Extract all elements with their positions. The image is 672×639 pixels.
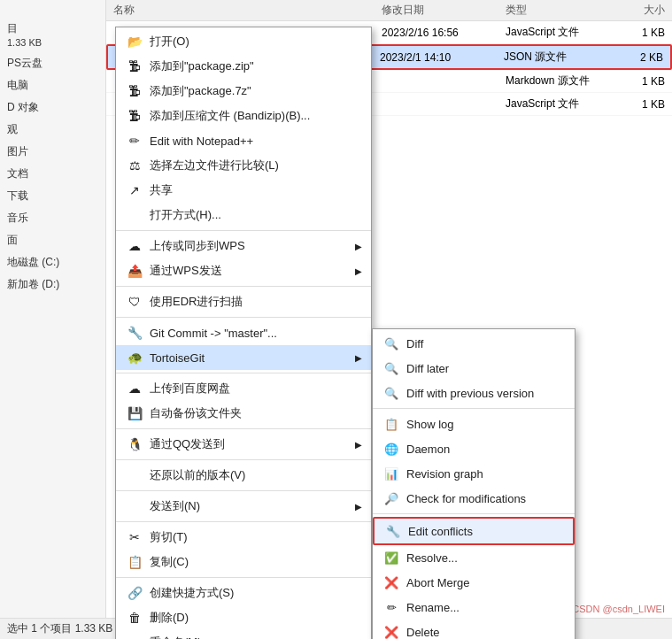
ctx-wps-upload[interactable]: ☁ 上传或同步到WPS bbox=[116, 234, 371, 258]
sidebar-item-view[interactable]: 观 bbox=[0, 119, 105, 141]
ctx-add-7z[interactable]: 🗜 添加到"package.7z" bbox=[116, 79, 371, 104]
sevenz-icon: 🗜 bbox=[127, 83, 143, 99]
sub-diff[interactable]: 🔍 Diff bbox=[373, 331, 575, 356]
file-date-babel: 2023/2/16 16:56 bbox=[382, 27, 506, 39]
sub-delete[interactable]: ❌ Delete bbox=[373, 620, 575, 639]
ctx-label-wps-upload: 上传或同步到WPS bbox=[150, 238, 245, 254]
git-commit-icon: 🔧 bbox=[127, 325, 143, 341]
sub-resolve[interactable]: ✅ Resolve... bbox=[373, 545, 575, 570]
sub-diff-later[interactable]: 🔍 Diff later bbox=[373, 356, 575, 381]
sidebar-item-img[interactable]: 图片 bbox=[0, 141, 105, 163]
ctx-label-openwith: 打开方式(H)... bbox=[150, 207, 221, 223]
sub-label-daemon: Daemon bbox=[406, 443, 450, 456]
bandizip-icon: 🗜 bbox=[127, 108, 143, 124]
sidebar-item-c[interactable]: 地磁盘 (C:) bbox=[0, 251, 105, 273]
sidebar-item-d2[interactable]: 新加卷 (D:) bbox=[0, 273, 105, 296]
ctx-label-open: 打开(O) bbox=[150, 34, 189, 50]
sub-label-revision-graph: Revision graph bbox=[406, 467, 483, 481]
sub-label-diff: Diff bbox=[406, 337, 423, 350]
file-list-header: 名称 修改日期 类型 大小 bbox=[106, 0, 672, 21]
restore-icon bbox=[127, 467, 143, 483]
sidebar-item-face[interactable]: 面 bbox=[0, 229, 105, 251]
ctx-sep-8 bbox=[116, 521, 371, 522]
ctx-add-zip[interactable]: 🗜 添加到"package.zip" bbox=[116, 54, 371, 79]
ctx-rename[interactable]: ✏ 重命名(M) bbox=[116, 630, 371, 639]
ctx-sendto[interactable]: 发送到(N) bbox=[116, 494, 371, 519]
sub-show-log[interactable]: 📋 Show log bbox=[373, 412, 575, 436]
ctx-delete[interactable]: 🗑 删除(D) bbox=[116, 605, 371, 630]
ctx-baidu[interactable]: ☁ 上传到百度网盘 bbox=[116, 376, 371, 401]
col-header-name: 名称 bbox=[113, 3, 382, 18]
sub-label-rename: Rename... bbox=[406, 601, 460, 614]
sub-label-check-mod: Check for modifications bbox=[406, 492, 526, 505]
sidebar-item-music[interactable]: 音乐 bbox=[0, 207, 105, 229]
sub-abort-merge[interactable]: ❌ Abort Merge bbox=[373, 570, 575, 595]
ctx-label-cut: 剪切(T) bbox=[150, 529, 188, 545]
ctx-label-tortoisegit: TortoiseGit bbox=[150, 351, 205, 365]
file-type-babel: JavaScript 文件 bbox=[506, 25, 612, 40]
ctx-openwith[interactable]: 打开方式(H)... bbox=[116, 203, 371, 227]
sidebar-item-0[interactable]: 目 1.33 KB bbox=[0, 18, 105, 52]
ctx-label-qq-send: 通过QQ发送到 bbox=[150, 436, 225, 452]
ctx-restore[interactable]: 还原以前的版本(V) bbox=[116, 463, 371, 488]
sidebar-item-dl[interactable]: 下载 bbox=[0, 185, 105, 207]
file-type-package: JSON 源文件 bbox=[504, 50, 610, 65]
ctx-tortoisegit[interactable]: 🐢 TortoiseGit bbox=[116, 345, 371, 370]
file-date-package: 2023/2/1 14:10 bbox=[380, 51, 504, 64]
sub-edit-conflicts[interactable]: 🔧 Edit conflicts bbox=[373, 517, 575, 545]
watermark-text: ©CSDN @csdn_LIWEI bbox=[565, 604, 665, 614]
tortoisegit-icon: 🐢 bbox=[127, 350, 143, 366]
file-size-babel: 1 KB bbox=[612, 27, 665, 39]
ctx-backup[interactable]: 💾 自动备份该文件夹 bbox=[116, 401, 371, 426]
sub-label-show-log: Show log bbox=[406, 418, 453, 431]
col-header-date: 修改日期 bbox=[382, 3, 506, 18]
ctx-label-bandizip: 添加到压缩文件 (Bandizip)(B)... bbox=[150, 108, 310, 124]
ctx-compare[interactable]: ⚖ 选择左边文件进行比较(L) bbox=[116, 153, 371, 178]
ctx-sep-9 bbox=[116, 577, 371, 578]
sidebar-item-doc[interactable]: 文档 bbox=[0, 163, 105, 185]
ctx-label-edr: 使用EDR进行扫描 bbox=[150, 294, 243, 310]
sub-rename[interactable]: ✏ Rename... bbox=[373, 595, 575, 620]
file-size-package: 2 KB bbox=[610, 51, 663, 64]
sidebar-item-pc[interactable]: 电脑 bbox=[0, 74, 105, 96]
ctx-notepad[interactable]: ✏ Edit with Notepad++ bbox=[116, 128, 371, 153]
open-icon: 📂 bbox=[127, 34, 143, 50]
share-icon: ↗ bbox=[127, 182, 143, 198]
sub-label-delete: Delete bbox=[406, 626, 440, 639]
ctx-shortcut[interactable]: 🔗 创建快捷方式(S) bbox=[116, 581, 371, 605]
ctx-open[interactable]: 📂 打开(O) bbox=[116, 29, 371, 54]
sub-check-modifications[interactable]: 🔎 Check for modifications bbox=[373, 486, 575, 511]
shortcut-icon: 🔗 bbox=[127, 585, 143, 601]
wps-upload-icon: ☁ bbox=[127, 238, 143, 254]
ctx-edr[interactable]: 🛡 使用EDR进行扫描 bbox=[116, 289, 371, 314]
sub-diff-prev[interactable]: 🔍 Diff with previous version bbox=[373, 381, 575, 405]
sub-label-resolve: Resolve... bbox=[406, 551, 458, 565]
diff-prev-icon: 🔍 bbox=[383, 385, 399, 401]
ctx-label-compare: 选择左边文件进行比较(L) bbox=[150, 158, 279, 173]
sidebar-item-ps[interactable]: PS云盘 bbox=[0, 52, 105, 74]
sub-rename-icon: ✏ bbox=[383, 599, 399, 615]
ctx-copy[interactable]: 📋 复制(C) bbox=[116, 550, 371, 574]
cut-icon: ✂ bbox=[127, 529, 143, 545]
ctx-sep-2 bbox=[116, 286, 371, 287]
sub-daemon[interactable]: 🌐 Daemon bbox=[373, 436, 575, 461]
baidu-icon: ☁ bbox=[127, 381, 143, 396]
ctx-git-commit[interactable]: 🔧 Git Commit -> "master"... bbox=[116, 320, 371, 345]
col-header-size: 大小 bbox=[612, 3, 665, 18]
check-mod-icon: 🔎 bbox=[383, 490, 399, 506]
ctx-label-notepad: Edit with Notepad++ bbox=[150, 135, 253, 148]
ctx-cut[interactable]: ✂ 剪切(T) bbox=[116, 525, 371, 550]
ctx-share[interactable]: ↗ 共享 bbox=[116, 178, 371, 203]
ctx-sep-7 bbox=[116, 490, 371, 491]
sub-revision-graph[interactable]: 📊 Revision graph bbox=[373, 461, 575, 486]
ctx-label-git-commit: Git Commit -> "master"... bbox=[150, 327, 277, 340]
abort-merge-icon: ❌ bbox=[383, 574, 399, 590]
ctx-add-bandizip[interactable]: 🗜 添加到压缩文件 (Bandizip)(B)... bbox=[116, 104, 371, 128]
ctx-label-zip: 添加到"package.zip" bbox=[150, 58, 254, 74]
resolve-icon: ✅ bbox=[383, 550, 399, 566]
sidebar-item-d[interactable]: D 对象 bbox=[0, 96, 105, 119]
ctx-qq-send[interactable]: 🐧 通过QQ发送到 bbox=[116, 432, 371, 457]
sub-sep-1 bbox=[373, 408, 575, 409]
ctx-wps-send[interactable]: 📤 通过WPS发送 bbox=[116, 258, 371, 283]
col-header-type: 类型 bbox=[506, 3, 612, 18]
